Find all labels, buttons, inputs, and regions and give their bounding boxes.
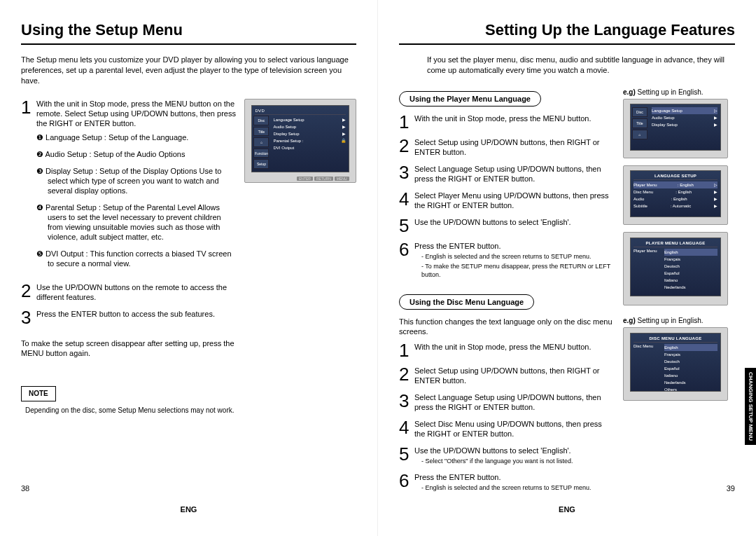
step-number: 6 bbox=[399, 472, 414, 492]
subnote: English is selected and the screen retur… bbox=[421, 483, 615, 492]
step-number: 1 bbox=[399, 342, 414, 359]
bullet-lang-setup: ❶ Language Setup : Setup of the Language… bbox=[48, 132, 236, 142]
page-number: 39 bbox=[727, 484, 735, 493]
note-text: Depending on the disc, some Setup Menu s… bbox=[25, 406, 236, 415]
left-text-col: 1 With the unit in Stop mode, press the … bbox=[21, 99, 236, 415]
eg-label-2: e.g) Setting up in English. bbox=[623, 317, 704, 324]
fig-disc-menu-lang: DISC MENU LANGUAGE Disc Menu English Fra… bbox=[623, 327, 728, 401]
section-player-menu: Using the Player Menu Language bbox=[399, 91, 541, 106]
right-figure-col: e.g) e.g) Setting up in English.Setting … bbox=[623, 88, 735, 499]
step-number: 3 bbox=[399, 164, 414, 184]
eg-label: e.g) e.g) Setting up in English.Setting … bbox=[623, 88, 704, 96]
step-number: 2 bbox=[399, 366, 414, 385]
page-number: 38 bbox=[21, 484, 29, 493]
screen-main: Language Setup▶ Audio Setup▶ Display Set… bbox=[273, 116, 345, 151]
step-number: 1 bbox=[21, 99, 36, 275]
subnote: To make the SETUP menu disappear, press … bbox=[421, 262, 615, 279]
step-number: 3 bbox=[21, 309, 36, 326]
s2-6: Press the ENTER button. English is selec… bbox=[414, 472, 615, 492]
s2-2: Select Setup using UP/DOWN buttons, then… bbox=[414, 366, 615, 385]
step-body: With the unit in Stop mode, press the ME… bbox=[36, 99, 236, 275]
s2-1: With the unit in Stop mode, press the ME… bbox=[414, 342, 615, 359]
intro-left: The Setup menu lets you customize your D… bbox=[21, 55, 356, 86]
section2-intro: This function changes the text language … bbox=[399, 317, 615, 336]
page-title-right: Setting Up the Language Features bbox=[399, 21, 735, 45]
page-title-left: Using the Setup Menu bbox=[21, 21, 356, 45]
section-disc-menu: Using the Disc Menu Language bbox=[399, 294, 534, 310]
left-content: 1 With the unit in Stop mode, press the … bbox=[21, 99, 356, 415]
screen-sidebar: Disc Menu Title Menu ⌂ Function Setup bbox=[253, 116, 269, 169]
s1-4: Select Player Menu using UP/DOWN buttons… bbox=[414, 191, 615, 210]
s1-2: Select Setup using UP/DOWN buttons, then… bbox=[414, 137, 615, 157]
setup-menu-screenshot: DVD Disc Menu Title Menu ⌂ Function Setu… bbox=[244, 99, 356, 183]
footer-eng: ENG bbox=[378, 505, 756, 514]
step-number: 4 bbox=[399, 191, 414, 210]
page-spread: Using the Setup Menu The Setup menu lets… bbox=[0, 0, 756, 536]
step-number: 3 bbox=[399, 392, 414, 412]
closing-text: To make the setup screen disappear after… bbox=[21, 338, 236, 358]
bullet-display-setup: ❸ Display Setup : Setup of the Display O… bbox=[48, 166, 236, 195]
page-39: Setting Up the Language Features If you … bbox=[378, 0, 756, 536]
s2-5: Use the UP/DOWN buttons to select 'Engli… bbox=[414, 446, 615, 465]
bullet-dvi-output: ❺ DVI Output : This function corrects a … bbox=[48, 249, 236, 268]
step-number: 4 bbox=[399, 419, 414, 439]
page-38: Using the Setup Menu The Setup menu lets… bbox=[0, 0, 378, 536]
right-content: Using the Player Menu Language 1With the… bbox=[399, 88, 735, 499]
step-number: 6 bbox=[399, 241, 414, 279]
footer-eng: ENG bbox=[0, 505, 377, 514]
step-number: 2 bbox=[399, 137, 414, 157]
left-figure-col: DVD Disc Menu Title Menu ⌂ Function Setu… bbox=[244, 99, 356, 415]
s1-3: Select Language Setup using UP/DOWN butt… bbox=[414, 164, 615, 184]
fig-player-menu-lang: PLAYER MENU LANGUAGE Player Menu English… bbox=[623, 232, 728, 305]
right-text-col: Using the Player Menu Language 1With the… bbox=[399, 88, 615, 499]
subnote: English is selected and the screen retur… bbox=[421, 252, 615, 261]
fig-language-setup-list: LANGUAGE SETUP Player Menu: English▷ Dis… bbox=[623, 165, 728, 225]
subnote: Select "Others" if the language you want… bbox=[421, 457, 615, 465]
step-number: 5 bbox=[399, 217, 414, 234]
screen-buttons: ENTER RETURN MENU bbox=[251, 177, 349, 181]
fig-lang-setup: Disc Menu Title Menu ⌂ Language Setup▷ A… bbox=[623, 99, 728, 158]
screen-header: DVD bbox=[255, 109, 345, 115]
step-number: 2 bbox=[21, 282, 36, 302]
step2-text: Use the UP/DOWN buttons on the remote to… bbox=[36, 282, 236, 302]
s1-6: Press the ENTER button. English is selec… bbox=[414, 241, 615, 279]
bullet-parental-setup: ❹ Parental Setup : Setup of the Parental… bbox=[48, 202, 236, 242]
step-number: 5 bbox=[399, 446, 414, 465]
s1-1: With the unit in Stop mode, press the ME… bbox=[414, 114, 615, 130]
step-number: 1 bbox=[399, 114, 414, 130]
bullet-audio-setup: ❷ Audio Setup : Setup of the Audio Optio… bbox=[48, 149, 236, 159]
intro-right: If you set the player menu, disc menu, a… bbox=[427, 55, 735, 76]
side-tab: CHANGING SETUP MENU bbox=[745, 368, 756, 445]
note-label: NOTE bbox=[21, 386, 56, 401]
step3-text: Press the ENTER button to access the sub… bbox=[36, 309, 236, 326]
s2-3: Select Language Setup using UP/DOWN butt… bbox=[414, 392, 615, 412]
s2-4: Select Disc Menu using UP/DOWN buttons, … bbox=[414, 419, 615, 439]
step1-text: With the unit in Stop mode, press the ME… bbox=[36, 99, 236, 128]
s1-5: Use the UP/DOWN buttons to select 'Engli… bbox=[414, 217, 615, 234]
